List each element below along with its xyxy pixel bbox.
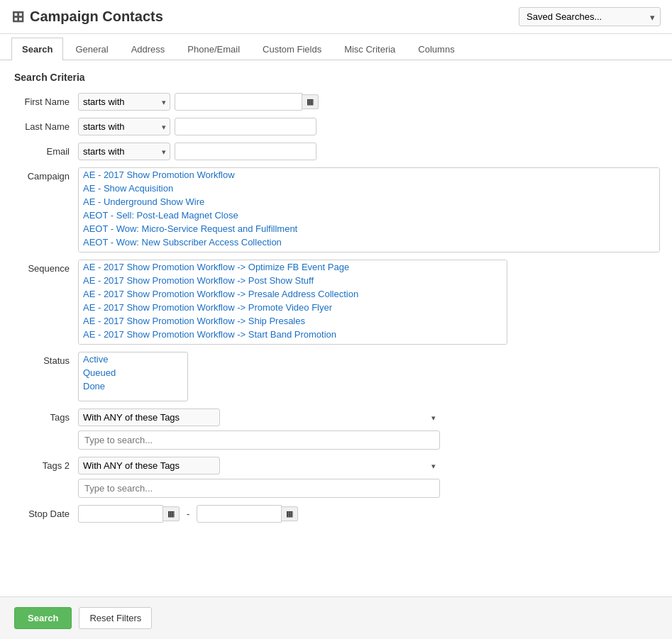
section-title: Search Criteria [14, 72, 658, 83]
tab-columns[interactable]: Columns [407, 38, 465, 60]
stop-date-end-input[interactable] [197, 505, 282, 523]
header: ⊞ Campaign Contacts Saved Searches... [0, 0, 672, 34]
stop-date-end-calendar-btn[interactable]: ▦ [282, 506, 298, 521]
sequence-listbox[interactable]: AE - 2017 Show Promotion Workflow -> Opt… [78, 260, 507, 345]
status-controls: Active Queued Done [78, 352, 658, 401]
tabs-bar: Search General Address Phone/Email Custo… [0, 37, 672, 60]
tab-phone-email[interactable]: Phone/Email [177, 38, 250, 60]
tags2-search-input[interactable] [78, 479, 440, 498]
last-name-input[interactable] [175, 118, 316, 135]
email-label: Email [14, 143, 78, 157]
first-name-input-wrapper: ▦ [175, 93, 319, 111]
stop-date-dash: - [184, 509, 192, 519]
first-name-filter-wrapper: starts with contains equals is empty [78, 93, 170, 111]
tags-search-input[interactable] [78, 430, 440, 450]
email-input[interactable] [175, 143, 316, 160]
email-controls: starts with contains equals is empty [78, 143, 658, 160]
saved-searches-select[interactable]: Saved Searches... [519, 7, 661, 26]
first-name-input[interactable] [175, 93, 302, 111]
campaign-label: Campaign [14, 167, 78, 182]
stop-date-row: Stop Date ▦ - ▦ [14, 505, 658, 523]
email-filter-wrapper: starts with contains equals is empty [78, 143, 170, 160]
stop-date-label: Stop Date [14, 505, 78, 519]
grid-icon: ⊞ [11, 8, 24, 26]
tags2-label: Tags 2 [14, 457, 78, 471]
last-name-filter-select[interactable]: starts with contains equals is empty [78, 118, 170, 135]
tags2-filter-wrapper: With ANY of these Tags With ALL of these… [78, 457, 440, 474]
tags-controls: With ANY of these Tags With ALL of these… [78, 409, 440, 450]
tab-search[interactable]: Search [11, 38, 63, 60]
sequence-row: Sequence AE - 2017 Show Promotion Workfl… [14, 260, 658, 345]
first-name-label: First Name [14, 93, 78, 107]
tab-custom-fields[interactable]: Custom Fields [252, 38, 332, 60]
campaign-row: Campaign AE - 2017 Show Promotion Workfl… [14, 167, 658, 252]
status-listbox[interactable]: Active Queued Done [78, 352, 188, 401]
stop-date-controls: ▦ - ▦ [78, 505, 658, 523]
tags2-row: Tags 2 With ANY of these Tags With ALL o… [14, 457, 658, 498]
tags2-controls: With ANY of these Tags With ALL of these… [78, 457, 440, 498]
first-name-row: First Name starts with contains equals i… [14, 93, 658, 111]
saved-searches-wrapper: Saved Searches... [519, 7, 661, 26]
first-name-calendar-btn[interactable]: ▦ [302, 94, 319, 109]
last-name-controls: starts with contains equals is empty [78, 118, 658, 135]
first-name-filter-select[interactable]: starts with contains equals is empty [78, 93, 170, 111]
search-content: Search Criteria First Name starts with c… [0, 60, 672, 572]
tags-filter-wrapper: With ANY of these Tags With ALL of these… [78, 409, 440, 426]
campaign-listbox[interactable]: AE - 2017 Show Promotion Workflow AE - S… [78, 167, 660, 252]
status-label: Status [14, 352, 78, 366]
sequence-label: Sequence [14, 260, 78, 274]
page-title: ⊞ Campaign Contacts [11, 8, 163, 26]
campaign-controls: AE - 2017 Show Promotion Workflow AE - S… [78, 167, 660, 252]
tab-general[interactable]: General [65, 38, 119, 60]
tab-misc-criteria[interactable]: Misc Criteria [334, 38, 406, 60]
stop-date-end-wrapper: ▦ [197, 505, 298, 523]
stop-date-start-calendar-btn[interactable]: ▦ [163, 506, 180, 521]
tags-row: Tags With ANY of these Tags With ALL of … [14, 409, 658, 450]
stop-date-start-wrapper: ▦ [78, 505, 180, 523]
stop-date-start-input[interactable] [78, 505, 163, 523]
email-row: Email starts with contains equals is emp… [14, 143, 658, 160]
last-name-row: Last Name starts with contains equals is… [14, 118, 658, 135]
tags-filter-select[interactable]: With ANY of these Tags With ALL of these… [78, 409, 220, 426]
last-name-label: Last Name [14, 118, 78, 132]
first-name-controls: starts with contains equals is empty ▦ [78, 93, 658, 111]
status-row: Status Active Queued Done [14, 352, 658, 401]
tags-label: Tags [14, 409, 78, 423]
tags2-filter-select[interactable]: With ANY of these Tags With ALL of these… [78, 457, 220, 474]
last-name-filter-wrapper: starts with contains equals is empty [78, 118, 170, 135]
email-filter-select[interactable]: starts with contains equals is empty [78, 143, 170, 160]
sequence-controls: AE - 2017 Show Promotion Workflow -> Opt… [78, 260, 658, 345]
tab-address[interactable]: Address [121, 38, 176, 60]
